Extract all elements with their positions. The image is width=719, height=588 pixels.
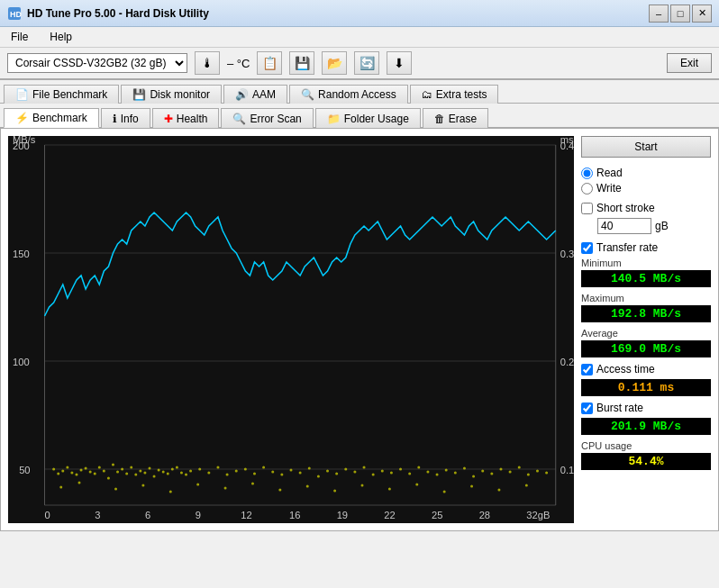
svg-text:22: 22 [384,510,395,520]
short-stroke-checkbox[interactable] [581,203,593,214]
svg-point-61 [189,470,192,473]
tab-disk-monitor[interactable]: 💾 Disk monitor [121,85,222,104]
minimum-value: 140.5 MB/s [581,270,711,287]
short-stroke-item[interactable]: Short stroke [581,202,711,214]
error-scan-icon: 🔍 [232,113,246,125]
maximize-button[interactable]: □ [670,5,690,23]
open-btn[interactable]: 📂 [322,51,347,75]
svg-point-75 [317,475,320,478]
transfer-rate-label: Transfer rate [596,241,658,254]
svg-text:28: 28 [479,510,490,520]
tabs-top: 📄 File Benchmark 💾 Disk monitor 🔊 AAM 🔍 … [0,80,719,104]
close-button[interactable]: ✕ [692,5,712,23]
disk-monitor-icon: 💾 [132,88,146,101]
title-bar: HD HD Tune Pro 5.00 - Hard Disk Utility … [0,0,719,27]
access-time-item[interactable]: Access time [581,363,711,375]
exit-button[interactable]: Exit [667,53,712,73]
svg-point-69 [262,466,265,469]
svg-point-72 [289,469,292,472]
menu-file[interactable]: File [7,29,32,45]
access-time-checkbox[interactable] [581,364,593,375]
svg-point-97 [518,466,521,469]
access-time-label: Access time [596,363,655,375]
transfer-rate-item[interactable]: Transfer rate [581,241,711,254]
read-radio[interactable] [581,167,593,179]
tab-aam[interactable]: 🔊 AAM [223,85,287,104]
svg-point-116 [470,485,473,488]
svg-text:0.20: 0.20 [560,357,574,367]
read-radio-item[interactable]: Read [581,167,711,179]
tab-health[interactable]: ✚ Health [152,108,220,128]
stroke-value-input[interactable] [597,218,651,234]
temperature-icon-btn[interactable]: 🌡 [195,51,220,75]
svg-point-48 [130,466,132,469]
tabs-bottom: ⚡ Benchmark ℹ Info ✚ Health 🔍 Error Scan… [0,104,719,128]
burst-rate-item[interactable]: Burst rate [581,402,711,414]
svg-point-40 [94,473,96,475]
svg-text:150: 150 [13,249,30,259]
benchmark-icon: ⚡ [15,112,29,124]
svg-point-81 [372,474,375,476]
svg-point-44 [112,464,114,466]
tab-disk-monitor-label: Disk monitor [150,88,210,101]
aam-icon: 🔊 [235,88,249,101]
svg-point-51 [143,472,146,475]
write-radio-item[interactable]: Write [581,182,711,194]
folder-usage-icon: 📁 [327,113,341,125]
tab-folder-usage[interactable]: 📁 Folder Usage [315,108,421,128]
tab-erase[interactable]: 🗑 Erase [423,108,488,128]
tab-benchmark[interactable]: ⚡ Benchmark [4,108,99,128]
start-button[interactable]: Start [581,136,711,158]
refresh-btn[interactable]: 🔄 [354,51,379,75]
copy-btn[interactable]: 📋 [257,51,282,75]
stroke-input-row: gB [581,218,711,234]
svg-point-82 [381,470,384,473]
tab-file-benchmark[interactable]: 📄 File Benchmark [4,85,119,104]
minimum-label: Minimum [581,258,711,268]
drive-select[interactable]: Corsair CSSD-V32GB2 (32 gB) [7,53,187,73]
tab-erase-label: Erase [449,113,477,125]
svg-point-95 [499,468,502,471]
tab-extra-tests[interactable]: 🗂 Extra tests [410,85,499,104]
temperature-display: – °C [227,57,250,70]
random-access-icon: 🔍 [301,88,314,101]
tab-random-access[interactable]: 🔍 Random Access [289,85,408,104]
svg-point-101 [59,486,62,489]
download-btn[interactable]: ⬇ [387,51,412,75]
menu-help[interactable]: Help [46,29,76,45]
tab-extra-tests-label: Extra tests [436,88,487,101]
svg-point-65 [226,474,229,476]
minimize-button[interactable]: – [649,5,669,23]
save-btn[interactable]: 💾 [289,51,314,75]
svg-point-89 [445,469,448,472]
maximum-label: Maximum [581,293,711,303]
svg-point-79 [353,471,356,474]
svg-point-47 [125,473,128,475]
transfer-rate-checkbox[interactable] [581,242,593,254]
tab-info[interactable]: ℹ Info [101,108,150,128]
tab-random-access-label: Random Access [318,88,396,101]
burst-rate-checkbox[interactable] [581,403,593,414]
svg-point-104 [141,484,144,487]
svg-point-96 [509,471,512,474]
svg-point-42 [103,470,105,473]
svg-point-56 [167,473,169,475]
svg-text:3: 3 [95,510,100,520]
svg-point-46 [121,468,123,471]
svg-point-78 [344,468,347,471]
svg-point-84 [399,468,402,471]
svg-point-83 [390,472,393,475]
stroke-unit: gB [655,220,669,232]
tab-error-scan[interactable]: 🔍 Error Scan [221,108,313,128]
main-content: 200 150 100 50 MB/s 0.40 0.30 0.20 0.10 … [0,128,719,531]
svg-point-117 [497,489,500,492]
svg-point-107 [224,487,227,490]
svg-point-55 [162,471,165,474]
write-radio[interactable] [581,183,593,194]
cpu-usage-label: CPU usage [581,440,711,451]
svg-point-105 [169,491,172,493]
file-benchmark-icon: 📄 [15,88,29,101]
svg-point-87 [426,471,429,474]
svg-point-112 [360,484,363,487]
erase-icon: 🗑 [434,113,445,125]
